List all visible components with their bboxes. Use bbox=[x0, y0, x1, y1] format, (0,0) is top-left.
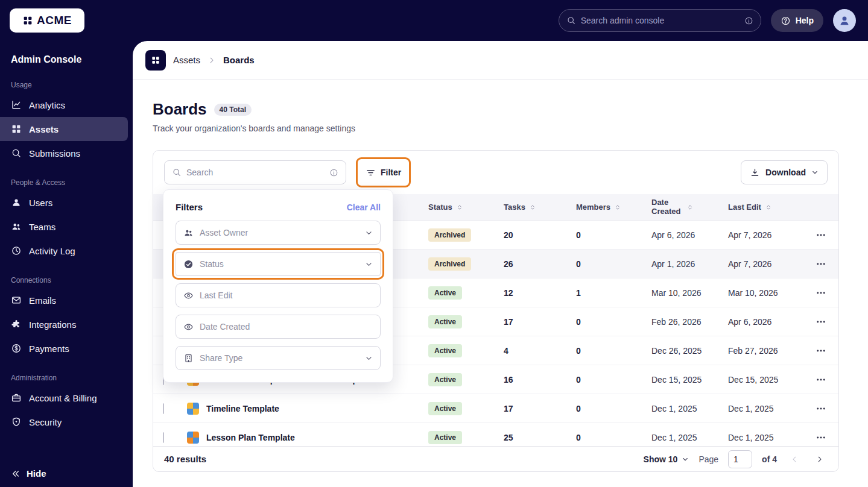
date-created: Feb 26, 2026 bbox=[651, 317, 728, 327]
sidebar-item-integrations[interactable]: Integrations bbox=[0, 312, 128, 336]
breadcrumb-assets[interactable]: Assets bbox=[173, 55, 200, 65]
sidebar-hide-button[interactable]: Hide bbox=[11, 468, 46, 479]
tasks-count: 26 bbox=[504, 259, 576, 269]
sidebar-item-label: Account & Billing bbox=[29, 393, 97, 403]
analytics-icon bbox=[11, 99, 22, 110]
person-icon bbox=[838, 14, 851, 27]
column-status[interactable]: Status bbox=[428, 203, 504, 212]
last-edit: Apr 6, 2026 bbox=[728, 317, 795, 327]
assets-tile bbox=[145, 50, 166, 71]
avatar[interactable] bbox=[833, 9, 856, 32]
filter-field-label: Status bbox=[200, 259, 359, 269]
table-search[interactable] bbox=[164, 160, 346, 184]
chevron-down-icon bbox=[682, 456, 689, 463]
clear-all-link[interactable]: Clear All bbox=[347, 203, 381, 212]
admin-search[interactable] bbox=[559, 9, 761, 32]
sidebar-item-submissions[interactable]: Submissions bbox=[0, 141, 128, 165]
people-fill-icon bbox=[183, 228, 194, 238]
sidebar-section-people-access: People & Access bbox=[11, 178, 133, 187]
boards-table-card: Filter Download Status bbox=[153, 150, 839, 472]
breadcrumb-boards: Boards bbox=[223, 55, 255, 65]
page-subtitle: Track your organization's boards and man… bbox=[133, 119, 868, 133]
sidebar-item-label: Integrations bbox=[29, 319, 76, 330]
acme-logo-text: ACME bbox=[37, 14, 72, 27]
sidebar-item-account-billing[interactable]: Account & Billing bbox=[0, 386, 128, 410]
filter-field-last-edit[interactable]: Last Edit bbox=[176, 283, 381, 307]
row-actions-icon[interactable] bbox=[816, 230, 826, 240]
filters-panel-title: Filters bbox=[176, 202, 203, 212]
chevron-down-icon bbox=[365, 354, 373, 362]
row-actions-icon[interactable] bbox=[816, 287, 826, 298]
page-number-input[interactable] bbox=[728, 450, 752, 468]
acme-logo: ACME bbox=[10, 8, 84, 33]
prev-page-button[interactable] bbox=[787, 451, 802, 467]
members-count: 0 bbox=[576, 317, 651, 327]
table-search-input[interactable] bbox=[186, 168, 325, 177]
chevrons-left-icon bbox=[11, 469, 21, 479]
board-name[interactable]: Timeline Template bbox=[206, 404, 279, 413]
sort-icon bbox=[614, 204, 621, 211]
filter-field-status[interactable]: Status bbox=[176, 252, 381, 276]
last-edit: Dec 1, 2025 bbox=[728, 433, 795, 442]
row-actions-icon[interactable] bbox=[816, 374, 826, 385]
total-badge: 40 Total bbox=[214, 104, 252, 116]
grid-icon bbox=[151, 55, 160, 65]
filter-field-share-type[interactable]: Share Type bbox=[176, 346, 381, 370]
row-actions-icon[interactable] bbox=[816, 345, 826, 356]
row-checkbox[interactable] bbox=[163, 432, 164, 443]
download-button[interactable]: Download bbox=[741, 160, 828, 184]
sidebar-item-analytics[interactable]: Analytics bbox=[0, 93, 128, 117]
info-icon[interactable] bbox=[329, 168, 338, 177]
filter-field-asset-owner[interactable]: Asset Owner bbox=[176, 221, 381, 245]
next-page-button[interactable] bbox=[812, 451, 828, 467]
column-members[interactable]: Members bbox=[576, 203, 651, 212]
page-label: Page bbox=[699, 454, 718, 464]
search-icon bbox=[566, 16, 576, 25]
sidebar-item-teams[interactable]: Teams bbox=[0, 215, 128, 239]
download-label: Download bbox=[765, 168, 806, 177]
show-per-page-select[interactable]: Show 10 bbox=[644, 454, 689, 464]
sidebar-hide-label: Hide bbox=[27, 468, 46, 479]
sidebar-item-payments[interactable]: Payments bbox=[0, 336, 128, 360]
sidebar-item-emails[interactable]: Emails bbox=[0, 288, 128, 312]
members-count: 0 bbox=[576, 259, 651, 269]
last-edit: Mar 10, 2026 bbox=[728, 288, 795, 298]
topbar: Help bbox=[133, 0, 868, 41]
sidebar-item-activity-log[interactable]: Activity Log bbox=[0, 239, 128, 263]
members-count: 0 bbox=[576, 433, 651, 442]
column-date-created[interactable]: Date Created bbox=[651, 198, 728, 216]
row-actions-icon[interactable] bbox=[816, 316, 826, 327]
board-name[interactable]: Lesson Plan Template bbox=[206, 433, 295, 442]
eye-icon bbox=[183, 291, 194, 301]
sidebar-section-connections: Connections bbox=[11, 276, 133, 284]
dollar-icon bbox=[11, 343, 22, 354]
members-count: 0 bbox=[576, 346, 651, 356]
filter-field-date-created[interactable]: Date Created bbox=[176, 315, 381, 339]
column-tasks[interactable]: Tasks bbox=[504, 203, 576, 212]
column-last-edit[interactable]: Last Edit bbox=[728, 203, 795, 212]
help-button[interactable]: Help bbox=[771, 9, 823, 32]
question-icon bbox=[781, 16, 791, 26]
sidebar-title: Admin Console bbox=[0, 33, 133, 68]
sidebar-item-label: Security bbox=[29, 417, 62, 427]
mail-icon bbox=[11, 295, 22, 306]
admin-search-input[interactable] bbox=[581, 16, 740, 25]
sidebar-item-users[interactable]: Users bbox=[0, 190, 128, 215]
filter-button[interactable]: Filter bbox=[360, 161, 407, 184]
row-checkbox[interactable] bbox=[163, 403, 164, 414]
row-actions-icon[interactable] bbox=[816, 259, 826, 269]
shield-icon bbox=[11, 416, 22, 427]
search-icon bbox=[172, 168, 182, 177]
info-icon[interactable] bbox=[744, 16, 753, 25]
user-icon bbox=[11, 197, 22, 208]
row-actions-icon[interactable] bbox=[816, 403, 826, 414]
sidebar-item-security[interactable]: Security bbox=[0, 410, 128, 434]
acme-logo-icon bbox=[22, 15, 33, 26]
row-actions-icon[interactable] bbox=[816, 432, 826, 443]
main-area: Help Assets Boards Boards 40 Total Track… bbox=[133, 0, 868, 487]
sidebar-item-assets[interactable]: Assets bbox=[0, 117, 128, 141]
members-count: 0 bbox=[576, 230, 651, 240]
chevron-down-icon bbox=[365, 260, 373, 268]
status-badge: Active bbox=[428, 402, 462, 415]
page-header: Boards 40 Total bbox=[133, 80, 868, 119]
